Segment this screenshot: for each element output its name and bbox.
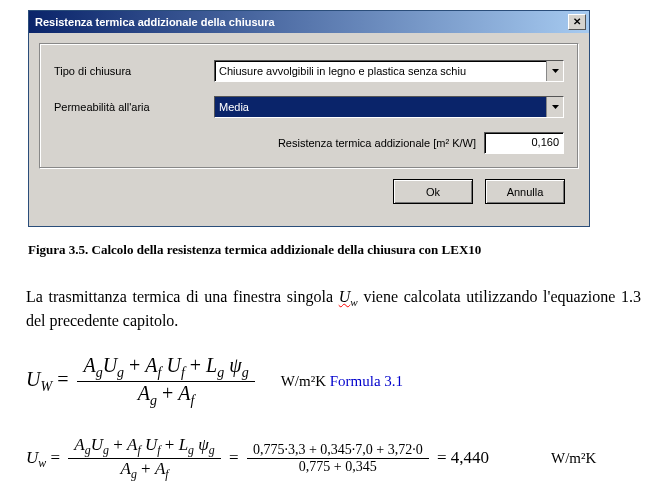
dialog-group: Tipo di chiusura Chiusure avvolgibili in… <box>39 43 579 169</box>
eq1-fraction: AgUg + Af Uf + Lg ψg Ag + Af <box>77 354 254 409</box>
tipo-combo[interactable]: Chiusure avvolgibili in legno e plastica… <box>214 60 564 82</box>
perm-value: Media <box>215 97 546 117</box>
perm-combo[interactable]: Media <box>214 96 564 118</box>
ok-button[interactable]: Ok <box>393 179 473 204</box>
close-icon[interactable]: ✕ <box>568 14 586 30</box>
eq2-result: 4,440 <box>451 448 489 467</box>
symbol-uw: Uw <box>339 288 358 305</box>
equation-2: Uw = AgUg + Af Uf + Lg ψg Ag + Af = 0,77… <box>26 435 657 483</box>
chevron-down-icon[interactable] <box>546 61 563 81</box>
svg-marker-1 <box>552 105 559 109</box>
dialog-window: Resistenza termica addizionale della chi… <box>28 10 590 227</box>
dialog-titlebar: Resistenza termica addizionale della chi… <box>29 11 589 33</box>
row-perm: Permeabilità all'aria Media <box>54 96 564 118</box>
res-label: Resistenza termica addizionale [m² K/W] <box>278 137 476 149</box>
eq2-fraction-1: AgUg + Af Uf + Lg ψg Ag + Af <box>68 435 221 483</box>
eq2-unit: W/m²K <box>551 450 596 467</box>
tipo-label: Tipo di chiusura <box>54 65 214 77</box>
eq2-fraction-2: 0,775·3,3 + 0,345·7,0 + 3,72·0 0,775 + 0… <box>247 442 429 475</box>
perm-label: Permeabilità all'aria <box>54 101 214 113</box>
svg-marker-0 <box>552 69 559 73</box>
paragraph: La trasmittanza termica di una finestra … <box>26 286 641 332</box>
equation-1: UW = AgUg + Af Uf + Lg ψg Ag + Af W/m²K … <box>26 354 657 409</box>
eq1-unit: W/m²K Formula 3.1 <box>281 373 403 390</box>
row-resistenza: Resistenza termica addizionale [m² K/W] … <box>54 132 564 154</box>
dialog-title: Resistenza termica addizionale della chi… <box>35 16 275 28</box>
eq2-expr: Uw = AgUg + Af Uf + Lg ψg Ag + Af = 0,77… <box>26 435 489 483</box>
tipo-value: Chiusure avvolgibili in legno e plastica… <box>215 61 546 81</box>
prose-text-a: La trasmittanza termica di una finestra … <box>26 288 339 305</box>
chevron-down-icon[interactable] <box>546 97 563 117</box>
res-input[interactable]: 0,160 <box>484 132 564 154</box>
cancel-button[interactable]: Annulla <box>485 179 565 204</box>
row-tipo: Tipo di chiusura Chiusure avvolgibili in… <box>54 60 564 82</box>
figure-caption: Figura 3.5. Calcolo della resistenza ter… <box>28 242 657 258</box>
eq1-lhs: UW = AgUg + Af Uf + Lg ψg Ag + Af <box>26 354 259 409</box>
dialog-body: Tipo di chiusura Chiusure avvolgibili in… <box>29 33 589 226</box>
formula-link[interactable]: Formula 3.1 <box>330 373 403 389</box>
button-row: Ok Annulla <box>39 169 579 216</box>
